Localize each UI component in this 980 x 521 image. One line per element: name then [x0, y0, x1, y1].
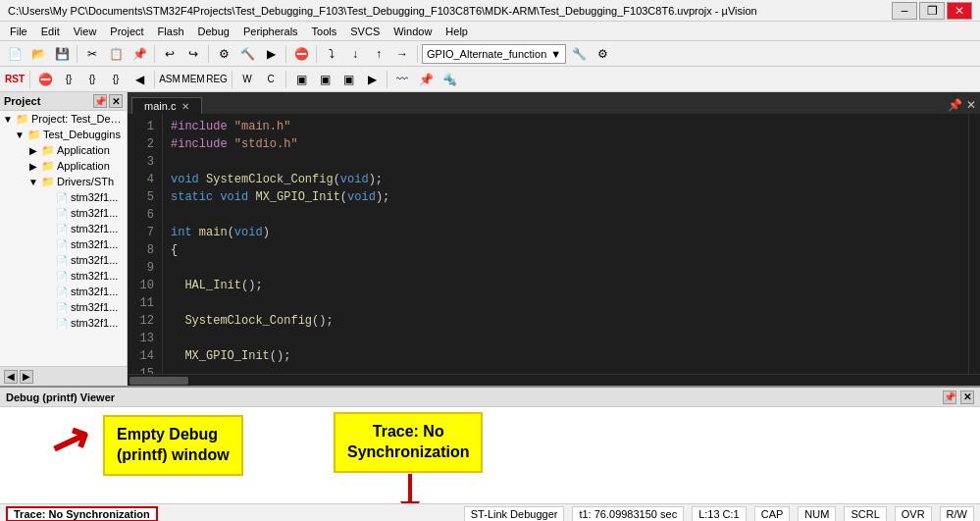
- step-over-button[interactable]: ⤵: [321, 43, 342, 65]
- menu-edit[interactable]: Edit: [35, 24, 66, 39]
- more-btn4[interactable]: ▶: [361, 69, 383, 90]
- num-status: NUM: [798, 506, 836, 522]
- tree-root[interactable]: ▼ 📁 Project: Test_Debu...: [0, 111, 127, 127]
- config-button[interactable]: 🔧: [568, 43, 590, 65]
- debug-pin-button[interactable]: 📌: [943, 391, 956, 404]
- tree-drivers[interactable]: ▼ 📁 Drivers/STh: [0, 174, 127, 189]
- more-btn2[interactable]: ▣: [314, 69, 335, 90]
- new-button[interactable]: 📄: [4, 43, 26, 65]
- redo-button[interactable]: ↪: [182, 43, 204, 65]
- tab-close-icon[interactable]: ✕: [181, 101, 189, 112]
- build-button[interactable]: ⚙: [213, 43, 234, 65]
- tree-stm32-5[interactable]: 📄 stm32f1...: [0, 252, 127, 268]
- more-btn3[interactable]: ▣: [337, 69, 359, 90]
- stop2-button[interactable]: ⛔: [34, 69, 56, 90]
- root-label: Project: Test_Debu...: [31, 113, 125, 125]
- tree-stm32-2[interactable]: 📄 stm32f1...: [0, 205, 127, 221]
- cut-button[interactable]: ✂: [81, 43, 103, 65]
- trace-annotation: Trace: NoSynchronization: [334, 412, 483, 473]
- stm7-expand-icon: [41, 286, 53, 297]
- editor-hscrollbar[interactable]: [128, 374, 980, 386]
- close-editor-button[interactable]: ✕: [966, 98, 976, 112]
- tool-btn[interactable]: 🔩: [438, 69, 460, 90]
- disassembly-button[interactable]: ASM: [159, 69, 181, 90]
- drivers-expand-icon: ▼: [27, 176, 39, 187]
- register-button[interactable]: REG: [206, 69, 228, 90]
- menu-file[interactable]: File: [4, 24, 33, 39]
- menu-debug[interactable]: Debug: [192, 24, 235, 39]
- step-into-button[interactable]: ↓: [344, 43, 366, 65]
- proj-nav-right[interactable]: ▶: [20, 370, 33, 384]
- tree-application1[interactable]: ▶ 📁 Application: [0, 142, 127, 158]
- menu-project[interactable]: Project: [104, 24, 149, 39]
- reset-button[interactable]: RST: [4, 69, 26, 90]
- menu-svcs[interactable]: SVCS: [344, 24, 386, 39]
- code-editor[interactable]: 12345 678910 1112131415 1617181920 2122 …: [128, 114, 980, 374]
- debugger-status: ST-Link Debugger: [464, 506, 565, 522]
- project-title: Project: [4, 95, 40, 107]
- paste-button[interactable]: 📌: [129, 43, 150, 65]
- editor-scrollbar[interactable]: [968, 114, 980, 374]
- menu-window[interactable]: Window: [387, 24, 438, 39]
- open-button[interactable]: 📂: [27, 43, 49, 65]
- editor-area: main.c ✕ 📌 ✕ 12345 678910 1112131415 161…: [128, 92, 980, 386]
- code-content[interactable]: #include "main.h" #include "stdio.h" voi…: [163, 114, 968, 374]
- project-close-button[interactable]: ✕: [109, 94, 123, 108]
- debug-button[interactable]: ▶: [260, 43, 282, 65]
- watch-button[interactable]: W: [236, 69, 258, 90]
- dropdown-arrow-icon: ▼: [550, 48, 561, 60]
- menu-tools[interactable]: Tools: [306, 24, 343, 39]
- tree-application2[interactable]: ▶ 📁 Application: [0, 158, 127, 174]
- bracket2-button[interactable]: {}: [81, 69, 103, 90]
- num-text: NUM: [804, 508, 829, 520]
- menu-help[interactable]: Help: [439, 24, 474, 39]
- tree-stm32-4[interactable]: 📄 stm32f1...: [0, 236, 127, 252]
- pin-tab-button[interactable]: 📌: [948, 98, 962, 112]
- app1-expand-icon: ▶: [27, 144, 39, 156]
- tree-stm32-9[interactable]: 📄 stm32f1...: [0, 315, 127, 331]
- settings-button[interactable]: ⚙: [592, 43, 613, 65]
- project-nav-bar: ◀ ▶: [0, 366, 127, 386]
- restore-button[interactable]: ❐: [919, 2, 945, 20]
- arrow-left-icon: ↙: [41, 412, 97, 477]
- tab-main-c[interactable]: main.c ✕: [131, 97, 202, 114]
- menu-peripherals[interactable]: Peripherals: [237, 24, 304, 39]
- menu-view[interactable]: View: [68, 24, 103, 39]
- step-out-button[interactable]: ↑: [368, 43, 389, 65]
- tree-stm32-3[interactable]: 📄 stm32f1...: [0, 221, 127, 236]
- stm5-expand-icon: [41, 254, 53, 266]
- tree-stm32-1[interactable]: 📄 stm32f1...: [0, 189, 127, 205]
- close-button[interactable]: ✕: [947, 2, 972, 20]
- debug-close-button[interactable]: ✕: [960, 391, 974, 404]
- project-pin-button[interactable]: 📌: [93, 94, 107, 108]
- rw-text: R/W: [947, 508, 967, 520]
- gpio-dropdown[interactable]: GPIO_Alternate_function ▼: [422, 44, 566, 64]
- drivers-folder-icon: 📁: [41, 175, 55, 188]
- copy-button[interactable]: 📋: [105, 43, 127, 65]
- more-btn1[interactable]: ▣: [290, 69, 312, 90]
- minimize-button[interactable]: –: [892, 2, 917, 20]
- run-to-cursor-button[interactable]: →: [391, 43, 413, 65]
- undo-button[interactable]: ↩: [159, 43, 181, 65]
- memory-button[interactable]: MEM: [182, 69, 204, 90]
- pin-btn[interactable]: 📌: [415, 69, 437, 90]
- project-panel: Project 📌 ✕ ▼ 📁 Project: Test_Debu... ▼ …: [0, 92, 128, 386]
- save-button[interactable]: 💾: [51, 43, 73, 65]
- tree-test-debugging[interactable]: ▼ 📁 Test_Debuggins: [0, 127, 127, 142]
- bracket3-button[interactable]: {}: [105, 69, 127, 90]
- editor-tab-controls: 📌 ✕: [948, 98, 976, 114]
- tree-stm32-7[interactable]: 📄 stm32f1...: [0, 284, 127, 299]
- empty-debug-annotation: Empty Debug(printf) window: [103, 415, 243, 476]
- bracket1-button[interactable]: {}: [58, 69, 79, 90]
- proj-nav-left[interactable]: ◀: [4, 370, 18, 384]
- stm32-8-label: stm32f1...: [71, 301, 118, 313]
- tree-stm32-8[interactable]: 📄 stm32f1...: [0, 299, 127, 315]
- call-button[interactable]: C: [260, 69, 282, 90]
- nav-back-button[interactable]: ◀: [129, 69, 150, 90]
- stop-button[interactable]: ⛔: [290, 43, 312, 65]
- hscroll-thumb[interactable]: [129, 377, 188, 385]
- wave-btn[interactable]: 〰: [391, 69, 413, 90]
- tree-stm32-6[interactable]: 📄 stm32f1...: [0, 268, 127, 284]
- build-all-button[interactable]: 🔨: [236, 43, 258, 65]
- menu-flash[interactable]: Flash: [152, 24, 190, 39]
